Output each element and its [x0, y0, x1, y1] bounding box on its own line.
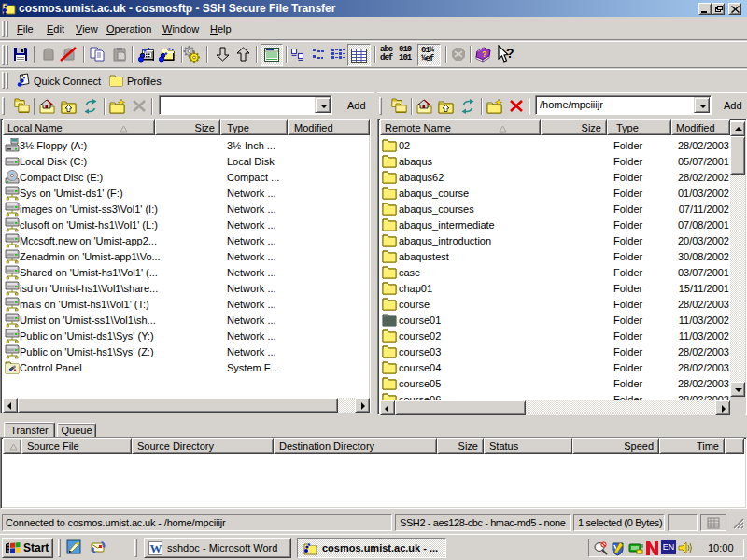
svg-text:?: ? — [482, 49, 487, 59]
svg-text:W: W — [150, 541, 162, 555]
svg-text:?: ? — [506, 46, 514, 61]
